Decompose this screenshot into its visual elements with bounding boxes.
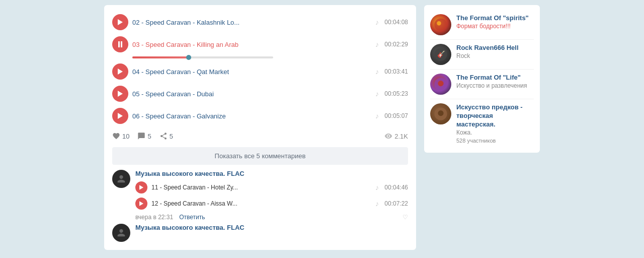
music-card: 02 - Speed Caravan - Kalashnik Lo... ♪ 0… (104, 5, 416, 250)
comment-content-2: Музыка высокого качества. FLAC (135, 224, 408, 242)
comment-block-1: Музыка высокого качества. FLAC 11 - Spee… (112, 170, 408, 221)
note-icon-03: ♪ (375, 40, 379, 48)
svg-marker-7 (139, 201, 143, 206)
svg-point-15 (438, 110, 443, 116)
right-sidebar: The Format Of "spirits" Формат бодрости!… (424, 5, 540, 253)
track-row: 02 - Speed Caravan - Kalashnik Lo... ♪ 0… (112, 11, 408, 33)
note-icon-12: ♪ (375, 200, 379, 208)
like-button[interactable]: 10 (112, 132, 129, 140)
group-subtitle-raven: Rock (456, 52, 534, 60)
show-comments-button[interactable]: Показать все 5 комментариев (112, 147, 408, 165)
sidebar-group-spirits[interactable]: The Format Of "spirits" Формат бодрости!… (430, 10, 534, 40)
comment-content-1: Музыка высокого качества. FLAC 11 - Spee… (135, 170, 408, 221)
progress-thumb (186, 55, 191, 60)
mini-play-11[interactable] (135, 181, 147, 194)
comment-author-2[interactable]: Музыка высокого качества. FLAC (135, 224, 408, 231)
svg-point-13 (438, 81, 443, 86)
track-duration-03: 00:02:29 (383, 41, 408, 48)
group-info-ancestral: Искусство предков - творческая мастерска… (456, 103, 534, 144)
group-avatar-life (430, 74, 451, 95)
track-duration-05: 00:05:23 (383, 90, 408, 97)
svg-point-9 (437, 21, 441, 25)
comment-track-duration-11: 00:04:46 (383, 184, 408, 191)
feed-area: 02 - Speed Caravan - Kalashnik Lo... ♪ 0… (104, 5, 416, 253)
group-name-raven: Rock Raven666 Hell (456, 44, 534, 52)
progress-bar[interactable] (132, 56, 273, 58)
group-info-spirits: The Format Of "spirits" Формат бодрости!… (456, 14, 534, 30)
group-name-spirits: The Format Of "spirits" (456, 14, 534, 23)
track-name-04: 04 - Speed Caravan - Qat Market (132, 68, 371, 76)
note-icon-02: ♪ (375, 18, 379, 26)
group-subtitle-life: Искусство и развлечения (456, 82, 534, 90)
comment-avatar-2 (112, 224, 130, 242)
comment-count: 5 (147, 133, 151, 140)
comment-block-2: Музыка высокого качества. FLAC (112, 224, 408, 242)
track-row-05: 05 - Speed Caravan - Dubai ♪ 00:05:23 (112, 83, 408, 105)
track-duration-04: 00:03:41 (383, 68, 408, 75)
note-icon-11: ♪ (375, 183, 379, 191)
group-name-life: The Format Of "Life" (456, 74, 534, 82)
comment-track-name-12: 12 - Speed Caravan - Aissa W... (151, 200, 371, 207)
note-icon-05: ♪ (375, 90, 379, 98)
share-count: 5 (170, 133, 173, 140)
group-name-ancestral: Искусство предков - творческая мастерска… (456, 103, 534, 129)
track-name-02: 02 - Speed Caravan - Kalashnik Lo... (132, 19, 371, 26)
svg-marker-3 (118, 69, 123, 75)
play-button-05[interactable] (112, 86, 128, 102)
group-members-ancestral: 528 участников (456, 138, 534, 144)
svg-text:🎸: 🎸 (437, 50, 445, 58)
track-row-playing: 03 - Speed Caravan - Killing an Arab ♪ 0… (112, 33, 408, 55)
comment-footer-1: вчера в 22:31 Ответить ♡ (135, 214, 408, 221)
comment-author-1[interactable]: Музыка высокого качества. FLAC (135, 170, 408, 177)
share-button[interactable]: 5 (159, 132, 173, 140)
pause-button-03[interactable] (112, 36, 128, 52)
group-avatar-spirits (430, 14, 451, 35)
comment-avatar-1 (112, 170, 130, 188)
group-info-life: The Format Of "Life" Искусство и развлеч… (456, 74, 534, 90)
svg-marker-0 (118, 19, 123, 25)
main-layout: 02 - Speed Caravan - Kalashnik Lo... ♪ 0… (0, 0, 644, 258)
comment-track-name-11: 11 - Speed Caravan - Hotel Zy... (151, 184, 371, 191)
svg-marker-5 (118, 113, 123, 119)
play-button-06[interactable] (112, 108, 128, 124)
comment-track-row-11: 11 - Speed Caravan - Hotel Zy... ♪ 00:04… (135, 179, 408, 196)
group-avatar-raven: 🎸 (430, 44, 451, 65)
track-row-04: 04 - Speed Caravan - Qat Market ♪ 00:03:… (112, 60, 408, 83)
views-count: 2.1K (384, 132, 408, 140)
track-duration-06: 00:05:07 (383, 112, 408, 119)
track-name-05: 05 - Speed Caravan - Dubai (132, 90, 371, 98)
play-button-04[interactable] (112, 63, 128, 80)
progress-bar-container (112, 55, 408, 60)
group-subtitle-spirits: Формат бодрости!!! (456, 23, 534, 30)
track-name-06: 06 - Speed Caravan - Galvanize (132, 112, 371, 120)
svg-point-8 (434, 18, 447, 31)
group-info-raven: Rock Raven666 Hell Rock (456, 44, 534, 60)
group-subtitle-ancestral: Кожа. (456, 129, 534, 137)
progress-fill (132, 56, 189, 58)
actions-bar: 10 5 5 2.1K (112, 127, 408, 142)
track-name-03: 03 - Speed Caravan - Killing an Arab (132, 41, 371, 48)
track-duration-02: 00:04:08 (383, 19, 408, 26)
comment-like-1[interactable]: ♡ (403, 214, 408, 221)
comment-button[interactable]: 5 (137, 132, 151, 140)
comment-track-row-12: 12 - Speed Caravan - Aissa W... ♪ 00:07:… (135, 196, 408, 212)
sidebar-group-life[interactable]: The Format Of "Life" Искусство и развлеч… (430, 70, 534, 99)
note-icon-06: ♪ (375, 112, 379, 120)
sidebar-group-ancestral[interactable]: Искусство предков - творческая мастерска… (430, 99, 534, 148)
svg-rect-1 (118, 41, 120, 47)
play-button-02[interactable] (112, 14, 128, 30)
note-icon-04: ♪ (375, 68, 379, 76)
sidebar-group-raven[interactable]: 🎸 Rock Raven666 Hell Rock (430, 40, 534, 70)
mini-play-12[interactable] (135, 198, 147, 210)
comment-track-duration-12: 00:07:22 (383, 200, 408, 207)
reply-button-1[interactable]: Ответить (179, 214, 205, 221)
track-row-06: 06 - Speed Caravan - Galvanize ♪ 00:05:0… (112, 105, 408, 127)
svg-marker-6 (139, 185, 143, 190)
sidebar-groups-card: The Format Of "spirits" Формат бодрости!… (424, 5, 540, 153)
svg-rect-2 (121, 41, 122, 47)
group-avatar-ancestral (430, 103, 451, 124)
svg-marker-4 (118, 91, 123, 97)
comment-timestamp-1: вчера в 22:31 (135, 214, 173, 221)
like-count: 10 (122, 133, 129, 140)
